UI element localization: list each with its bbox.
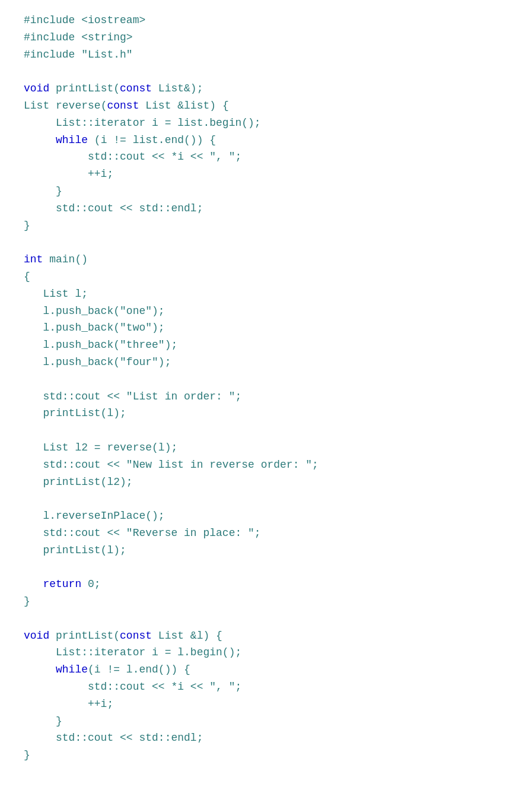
- code-line: #include <string>: [24, 29, 492, 46]
- code-token: }: [24, 595, 30, 607]
- code-token: #include "List.h": [24, 49, 133, 61]
- code-line: std::cout << "List in order: ";: [24, 388, 492, 405]
- code-token: printList(l2);: [24, 476, 133, 488]
- code-line: void printList(const List &l) {: [24, 627, 492, 645]
- code-container: #include <iostream>#include <string>#inc…: [24, 12, 492, 764]
- code-token: std::cout << *i << ", ";: [24, 681, 241, 693]
- code-line: ++i;: [24, 166, 492, 183]
- code-token: [24, 578, 43, 590]
- code-token: List&);: [152, 83, 203, 94]
- code-token: l.push_back("four");: [24, 356, 171, 368]
- code-token: l.push_back("three");: [24, 339, 177, 351]
- code-line: }: [24, 217, 492, 234]
- code-token: std::cout << "Reverse in place: ";: [24, 527, 261, 539]
- code-token: const: [107, 100, 139, 112]
- code-token: #include <iostream>: [24, 14, 145, 26]
- code-line: std::cout << "Reverse in place: ";: [24, 525, 492, 542]
- code-line: std::cout << *i << ", ";: [24, 148, 492, 166]
- code-line: [24, 610, 492, 627]
- code-token: List: [24, 100, 49, 112]
- code-line: [24, 559, 492, 576]
- code-token: (i != l.end()) {: [88, 664, 190, 675]
- code-line: std::cout << std::endl;: [24, 729, 492, 747]
- code-line: [24, 422, 492, 439]
- code-token: const: [120, 83, 152, 94]
- code-line: printList(l);: [24, 405, 492, 422]
- code-line: #include "List.h": [24, 46, 492, 64]
- code-token: void: [24, 83, 49, 94]
- code-line: #include <iostream>: [24, 12, 492, 29]
- code-line: List l2 = reverse(l);: [24, 439, 492, 456]
- code-token: int: [24, 253, 43, 265]
- code-token: 0;: [81, 578, 100, 590]
- code-token: l.reverseInPlace();: [24, 510, 165, 522]
- code-line: l.push_back("three");: [24, 337, 492, 354]
- code-token: [24, 134, 56, 146]
- code-line: }: [24, 713, 492, 730]
- code-line: [24, 371, 492, 388]
- code-line: List reverse(const List &list) {: [24, 97, 492, 115]
- code-token: std::cout << *i << ", ";: [24, 151, 241, 163]
- code-line: List::iterator i = list.begin();: [24, 115, 492, 132]
- code-line: printList(l);: [24, 542, 492, 559]
- code-line: printList(l2);: [24, 474, 492, 491]
- code-token: while: [56, 664, 88, 675]
- code-token: return: [43, 578, 81, 590]
- code-token: }: [24, 749, 30, 761]
- code-token: List &l) {: [152, 630, 222, 642]
- code-line: while (i != list.end()) {: [24, 132, 492, 149]
- code-token: List::iterator i = l.begin();: [24, 646, 241, 658]
- code-line: ++i;: [24, 696, 492, 713]
- code-line: [24, 63, 492, 80]
- code-token: }: [24, 715, 62, 727]
- code-line: List::iterator i = l.begin();: [24, 644, 492, 661]
- code-line: std::cout << std::endl;: [24, 200, 492, 217]
- code-line: return 0;: [24, 576, 492, 593]
- code-line: List l;: [24, 286, 492, 303]
- code-token: std::cout << std::endl;: [24, 732, 203, 744]
- code-token: (i != list.end()) {: [88, 134, 216, 146]
- code-token: #include <string>: [24, 31, 133, 43]
- code-line: }: [24, 747, 492, 764]
- code-token: printList(: [49, 630, 120, 642]
- code-token: reverse(: [49, 100, 107, 112]
- code-token: std::cout << "List in order: ";: [24, 391, 241, 402]
- code-line: std::cout << *i << ", ";: [24, 678, 492, 696]
- code-token: List l2 = reverse(l);: [24, 442, 177, 453]
- code-token: ++i;: [24, 168, 113, 180]
- code-token: printList(: [49, 83, 120, 94]
- code-line: }: [24, 183, 492, 200]
- code-token: List::iterator i = list.begin();: [24, 117, 261, 129]
- code-token: List &list) {: [139, 100, 228, 112]
- code-line: [24, 490, 492, 508]
- code-token: while: [56, 134, 88, 146]
- code-token: [24, 664, 56, 675]
- code-token: std::cout << std::endl;: [24, 202, 203, 214]
- code-token: l.push_back("one");: [24, 305, 165, 317]
- code-token: {: [24, 271, 30, 283]
- code-token: }: [24, 220, 30, 231]
- code-line: }: [24, 593, 492, 610]
- code-line: int main(): [24, 251, 492, 268]
- code-token: const: [120, 630, 152, 642]
- code-line: l.reverseInPlace();: [24, 508, 492, 525]
- code-token: l.push_back("two");: [24, 322, 165, 334]
- code-token: printList(l);: [24, 544, 126, 556]
- code-line: [24, 234, 492, 251]
- code-line: while(i != l.end()) {: [24, 661, 492, 678]
- code-token: void: [24, 630, 49, 642]
- code-token: main(): [43, 253, 88, 265]
- code-line: l.push_back("one");: [24, 303, 492, 320]
- code-token: std::cout << "New list in reverse order:…: [24, 459, 318, 471]
- code-line: l.push_back("four");: [24, 354, 492, 371]
- code-token: }: [24, 185, 62, 197]
- code-line: void printList(const List&);: [24, 80, 492, 97]
- code-token: printList(l);: [24, 407, 126, 419]
- code-line: l.push_back("two");: [24, 319, 492, 337]
- code-token: List l;: [24, 288, 88, 300]
- code-line: std::cout << "New list in reverse order:…: [24, 456, 492, 474]
- code-token: ++i;: [24, 698, 113, 710]
- code-line: {: [24, 268, 492, 286]
